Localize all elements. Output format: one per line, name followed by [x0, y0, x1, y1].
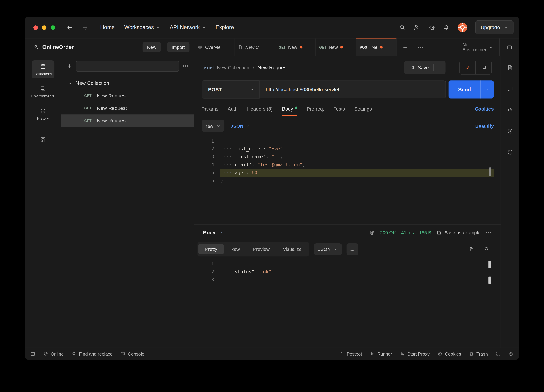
- code-line[interactable]: 6}: [197, 177, 494, 185]
- comments-icon[interactable]: [507, 86, 513, 92]
- help-button[interactable]: [509, 351, 514, 356]
- close-window-button[interactable]: [33, 25, 38, 29]
- cookies-link[interactable]: Cookies: [475, 106, 494, 116]
- menu-api-network[interactable]: API Network: [170, 24, 206, 30]
- request-item-selected[interactable]: GET New Request: [61, 114, 194, 127]
- tab-params[interactable]: Params: [201, 103, 218, 116]
- code-line[interactable]: 1{: [197, 137, 494, 145]
- tab-pre-request[interactable]: Pre-req.: [307, 103, 324, 116]
- environment-selector[interactable]: No Environment: [432, 38, 499, 56]
- minimize-window-button[interactable]: [42, 25, 47, 29]
- trash-button[interactable]: Trash: [469, 351, 488, 356]
- tab-options-button[interactable]: •••: [413, 38, 429, 56]
- send-button[interactable]: Send: [449, 80, 494, 98]
- maximize-window-button[interactable]: [51, 25, 55, 29]
- collection-search-input[interactable]: [76, 61, 179, 72]
- rail-item-collections[interactable]: Collections: [31, 60, 54, 78]
- back-button[interactable]: [66, 24, 73, 31]
- response-body-select[interactable]: Body: [203, 230, 223, 235]
- response-size[interactable]: 185 B: [419, 230, 431, 235]
- request-item[interactable]: GET New Request: [61, 89, 194, 102]
- menu-workspaces[interactable]: Workspaces: [124, 24, 160, 30]
- search-icon[interactable]: [399, 24, 406, 31]
- tab-request-get-2[interactable]: GET New: [316, 38, 356, 56]
- tab-auth[interactable]: Auth: [228, 103, 238, 116]
- import-button[interactable]: Import: [167, 42, 189, 52]
- add-tab-button[interactable]: [397, 38, 413, 56]
- more-actions-button[interactable]: •••: [183, 64, 189, 69]
- online-status[interactable]: Online: [43, 351, 64, 356]
- response-language-select[interactable]: JSON: [314, 243, 342, 255]
- info-icon[interactable]: [507, 149, 513, 156]
- code-snippet-icon[interactable]: [507, 107, 513, 113]
- menu-home[interactable]: Home: [100, 24, 115, 30]
- request-body-editor[interactable]: 1{2····"last_name": "Eve",3····"first_na…: [197, 137, 494, 219]
- menu-explore[interactable]: Explore: [216, 24, 234, 30]
- rail-item-history[interactable]: History: [31, 104, 54, 122]
- search-response-icon[interactable]: [484, 246, 490, 252]
- tab-request-get-1[interactable]: GET New: [275, 38, 316, 56]
- globe-icon[interactable]: [369, 230, 375, 236]
- view-raw[interactable]: Raw: [224, 244, 246, 254]
- send-options-button[interactable]: [480, 80, 494, 98]
- code-line[interactable]: 4····"email": "test@gmail.com",: [197, 161, 494, 169]
- save-options-button[interactable]: [434, 61, 446, 74]
- new-button[interactable]: New: [142, 42, 161, 52]
- save-as-example-button[interactable]: Save as example: [437, 230, 481, 235]
- add-collection-icon[interactable]: [67, 63, 72, 69]
- status-code[interactable]: 200 OK: [380, 230, 396, 235]
- chevron-down-icon[interactable]: [68, 81, 72, 86]
- view-preview[interactable]: Preview: [246, 244, 276, 254]
- comments-button[interactable]: [475, 61, 491, 74]
- tab-body[interactable]: Body: [282, 103, 297, 116]
- response-options-button[interactable]: •••: [486, 230, 492, 235]
- documentation-icon[interactable]: [507, 64, 513, 71]
- edit-request-button[interactable]: [460, 61, 475, 74]
- code-line[interactable]: 2 "status": "ok": [197, 268, 494, 276]
- gear-icon[interactable]: [429, 24, 435, 31]
- beautify-link[interactable]: Beautify: [475, 123, 494, 128]
- avatar[interactable]: [458, 23, 467, 32]
- start-proxy-button[interactable]: Start Proxy: [400, 351, 430, 356]
- request-item[interactable]: GET New Request: [61, 102, 194, 114]
- environment-quick-look-button[interactable]: [499, 38, 519, 56]
- body-language-select[interactable]: JSON: [231, 123, 250, 128]
- bell-icon[interactable]: [443, 24, 450, 31]
- runner-button[interactable]: Runner: [370, 351, 392, 356]
- breadcrumb-collection[interactable]: New Collection: [217, 65, 249, 70]
- toggle-sidebar-button[interactable]: [30, 351, 35, 356]
- expand-panel-button[interactable]: [496, 351, 501, 356]
- code-line[interactable]: 1{: [197, 260, 494, 268]
- code-line[interactable]: 2····"last_name": "Eve",: [197, 145, 494, 153]
- tab-overview[interactable]: Overvie: [194, 38, 235, 56]
- tab-tests[interactable]: Tests: [334, 103, 345, 116]
- postbot-button[interactable]: Postbot: [339, 351, 362, 356]
- collection-item[interactable]: New Collection: [61, 77, 194, 89]
- url-input[interactable]: [265, 86, 440, 92]
- code-line[interactable]: 5····"age": 60: [197, 169, 494, 177]
- editor-scrollbar[interactable]: [489, 167, 491, 176]
- rail-item-environments[interactable]: Environments: [31, 83, 54, 101]
- save-button[interactable]: Save: [404, 61, 446, 74]
- code-line[interactable]: 3····"first_name": "L",: [197, 153, 494, 161]
- response-body-viewer[interactable]: 1{2 "status": "ok"3}: [197, 260, 494, 348]
- bolt-icon[interactable]: [507, 128, 513, 134]
- copy-icon[interactable]: [469, 246, 474, 252]
- code-line[interactable]: 3}: [197, 276, 494, 284]
- breadcrumb-request-name[interactable]: New Request: [258, 65, 288, 70]
- forward-button[interactable]: [82, 24, 89, 31]
- cookies-button[interactable]: Cookies: [438, 351, 461, 356]
- invite-user-icon[interactable]: [414, 24, 421, 31]
- view-pretty[interactable]: Pretty: [198, 244, 224, 254]
- tab-document[interactable]: New C: [234, 38, 275, 56]
- tab-settings[interactable]: Settings: [354, 103, 372, 116]
- upgrade-button[interactable]: Upgrade: [475, 20, 513, 34]
- configure-sidebar-button[interactable]: [40, 137, 46, 143]
- view-visualize[interactable]: Visualize: [276, 244, 308, 254]
- tab-request-post-active[interactable]: POST Ne: [356, 38, 397, 56]
- console-button[interactable]: Console: [120, 351, 144, 356]
- tab-headers[interactable]: Headers (8): [247, 103, 273, 116]
- method-select[interactable]: POST: [201, 80, 260, 98]
- response-time[interactable]: 41 ms: [401, 230, 414, 235]
- find-and-replace-button[interactable]: Find and replace: [72, 351, 113, 356]
